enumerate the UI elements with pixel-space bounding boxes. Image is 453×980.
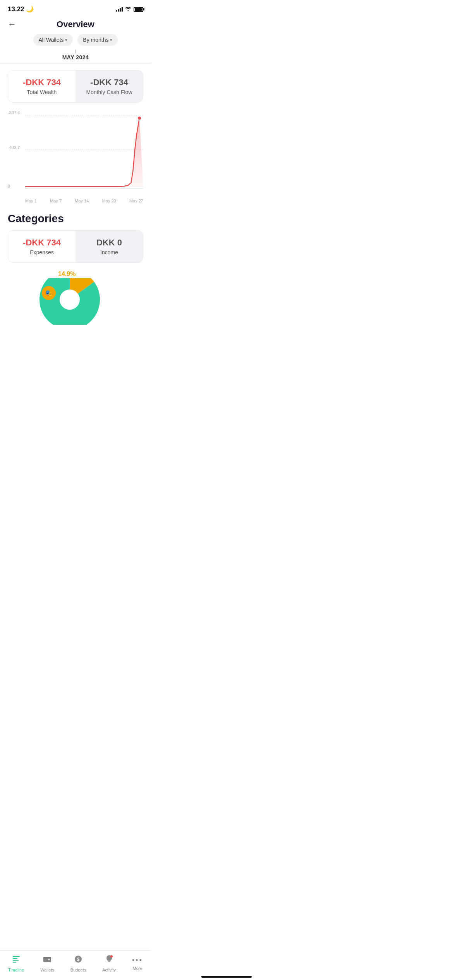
status-time: 13.22 [8,5,24,13]
chart-y-mid-label: -403.7 [8,145,20,150]
pie-percentage: 14.9% [58,271,76,278]
svg-text:🎭: 🎭 [45,290,53,297]
expenses-amount: -DKK 734 [13,238,71,248]
header-divider [0,63,151,64]
status-time-area: 13.22 🌙 [8,5,34,13]
total-wealth-amount: -DKK 734 [13,77,71,87]
chart-x-label-1: May 7 [50,199,62,203]
pie-chart-svg: 🎭 [31,278,108,325]
chart-svg [25,110,143,188]
wifi-icon [125,6,131,12]
total-wealth-label: Total Wealth [13,89,71,95]
chart-x-label-3: May 20 [102,199,116,203]
period-filter[interactable]: By months ▾ [77,34,118,46]
expenses-label: Expenses [13,249,71,255]
svg-point-0 [137,116,141,120]
category-cards: -DKK 734 Expenses DKK 0 Income [8,230,143,263]
wallets-chevron-icon: ▾ [65,38,67,43]
wallets-filter[interactable]: All Wallets ▾ [33,34,73,46]
moon-icon: 🌙 [26,6,34,12]
chart-y-zero-label: 0 [8,184,10,188]
chart-x-label-2: May 14 [75,199,89,203]
categories-title: Categories [8,212,143,225]
filter-row: All Wallets ▾ By months ▾ [0,34,151,50]
chart-area: -807.4 -403.7 0 May 1 May 7 May 14 May 2… [8,110,143,203]
chart-x-label-4: May 27 [129,199,143,203]
pie-chart-area: 14.9% 🎭 [8,271,143,332]
income-card[interactable]: DKK 0 Income [76,231,143,262]
signal-icon [116,7,123,12]
chart-x-label-0: May 1 [25,199,37,203]
chart-y-top-label: -807.4 [8,110,20,115]
period-chevron-icon: ▾ [110,38,112,43]
cash-flow-card[interactable]: -DKK 734 Monthly Cash Flow [76,70,143,102]
chart-x-labels: May 1 May 7 May 14 May 20 May 27 [25,199,143,203]
back-button[interactable]: ← [8,19,16,29]
summary-cards: -DKK 734 Total Wealth -DKK 734 Monthly C… [8,70,143,103]
page-title: Overview [57,19,94,29]
status-icons [116,6,143,12]
wallets-filter-label: All Wallets [39,37,64,43]
income-label: Income [80,249,138,255]
period-filter-label: By months [83,37,108,43]
total-wealth-card[interactable]: -DKK 734 Total Wealth [8,70,76,102]
cash-flow-amount: -DKK 734 [80,77,138,87]
expenses-card[interactable]: -DKK 734 Expenses [8,231,76,262]
month-indicator [75,50,76,53]
cash-flow-label: Monthly Cash Flow [80,89,138,95]
current-period: MAY 2024 [0,54,151,62]
battery-icon [134,7,143,12]
page-header: ← Overview [0,16,151,34]
status-bar: 13.22 🌙 [0,0,151,16]
income-amount: DKK 0 [80,238,138,248]
